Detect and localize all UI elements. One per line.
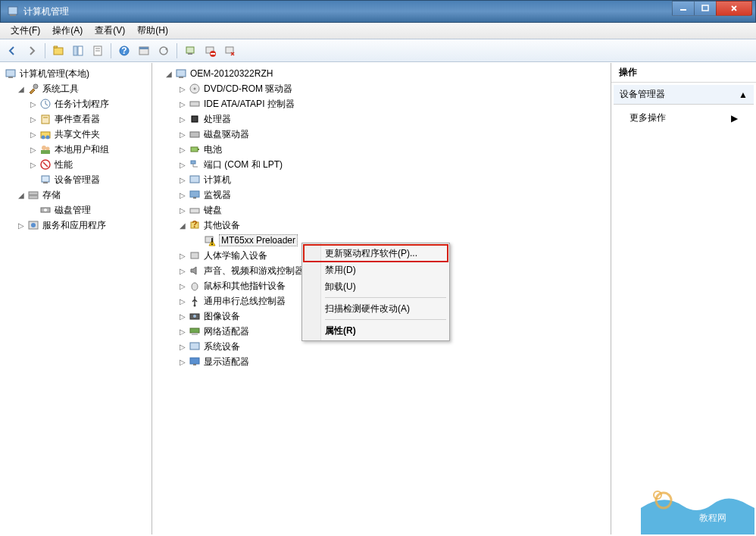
- expand-icon[interactable]: ▷: [178, 296, 187, 306]
- expand-icon[interactable]: ▷: [178, 357, 187, 366]
- tree-services-apps[interactable]: ▷ 服务和应用程序: [0, 218, 152, 233]
- properties-button[interactable]: [89, 42, 107, 60]
- expand-icon[interactable]: ▷: [178, 175, 187, 184]
- back-button[interactable]: [3, 42, 21, 60]
- ctx-properties[interactable]: 属性(R): [304, 322, 448, 339]
- menu-help[interactable]: 帮助(H): [131, 22, 174, 39]
- other-icon: ?: [189, 219, 201, 231]
- expand-icon[interactable]: ▷: [17, 221, 26, 230]
- svg-rect-32: [41, 150, 50, 154]
- tree-label: 共享文件夹: [55, 128, 100, 141]
- forward-button[interactable]: [23, 42, 41, 60]
- device-display[interactable]: ▷显示适配器: [152, 354, 611, 369]
- device-cpu[interactable]: ▷处理器: [152, 111, 611, 127]
- collapse-icon[interactable]: ◢: [178, 221, 187, 230]
- close-button[interactable]: [716, 1, 752, 16]
- device-monitor[interactable]: ▷监视器: [152, 187, 611, 202]
- expand-icon[interactable]: ▷: [29, 99, 38, 108]
- expand-icon[interactable]: ▷: [29, 160, 38, 169]
- scan-hardware-button[interactable]: [181, 42, 199, 60]
- tree-label: 服务和应用程序: [42, 219, 106, 232]
- minimize-button[interactable]: [672, 1, 695, 16]
- collapse-arrow-icon: ▲: [739, 89, 748, 100]
- menu-action[interactable]: 操作(A): [46, 22, 89, 39]
- tree-storage[interactable]: ◢ 存储: [0, 187, 152, 202]
- ctx-uninstall[interactable]: 卸载(U): [304, 278, 448, 295]
- uninstall-device-button[interactable]: [220, 42, 239, 60]
- hid-icon: [189, 249, 201, 262]
- tree-label: 电池: [204, 143, 222, 156]
- device-dvd[interactable]: ▷DVD/CD-ROM 驱动器: [152, 81, 611, 96]
- svg-point-62: [192, 283, 198, 290]
- svg-point-30: [42, 146, 46, 150]
- expand-icon[interactable]: ▷: [178, 327, 187, 336]
- show-hide-tree-button[interactable]: [69, 42, 87, 60]
- device-system[interactable]: ▷系统设备: [152, 339, 611, 354]
- expand-icon[interactable]: ▷: [178, 145, 187, 154]
- device-other[interactable]: ◢?其他设备: [152, 218, 611, 233]
- tree-performance[interactable]: ▷ 性能: [0, 157, 152, 172]
- expand-icon[interactable]: ▷: [178, 312, 187, 321]
- device-computer[interactable]: ▷计算机: [152, 172, 611, 187]
- expand-icon[interactable]: ▷: [178, 251, 187, 260]
- expand-icon[interactable]: ▷: [29, 145, 38, 154]
- tree-local-users[interactable]: ▷ 本地用户和组: [0, 142, 152, 157]
- expand-icon[interactable]: ▷: [178, 130, 187, 139]
- expand-icon[interactable]: ▷: [178, 205, 187, 215]
- collapse-icon[interactable]: ◢: [17, 84, 26, 93]
- menu-view[interactable]: 查看(V): [89, 22, 131, 39]
- ctx-update-driver[interactable]: 更新驱动程序软件(P)...: [304, 245, 448, 262]
- tree-event-viewer[interactable]: ▷ 事件查看器: [0, 111, 152, 127]
- expand-icon[interactable]: ▷: [178, 114, 187, 124]
- tree-task-scheduler[interactable]: ▷ 任务计划程序: [0, 96, 152, 111]
- svg-rect-1: [10, 14, 16, 16]
- window-controls: [673, 1, 752, 16]
- svg-rect-68: [190, 343, 199, 349]
- tree-label: OEM-20120322RZH: [190, 68, 273, 79]
- expand-icon[interactable]: ▷: [178, 84, 187, 93]
- expand-icon[interactable]: ▷: [29, 130, 38, 139]
- device-ports[interactable]: ▷端口 (COM 和 LPT): [152, 157, 611, 172]
- ctx-scan[interactable]: 扫描检测硬件改动(A): [304, 300, 448, 317]
- port-icon: [189, 158, 201, 171]
- view-button[interactable]: [135, 42, 153, 60]
- tree-shared-folders[interactable]: ▷ 共享文件夹: [0, 127, 152, 142]
- ctx-disable[interactable]: 禁用(D): [304, 262, 448, 278]
- tree-disk-management[interactable]: 磁盘管理: [0, 202, 152, 218]
- help-button[interactable]: ?: [115, 42, 133, 60]
- refresh-button[interactable]: [155, 42, 173, 60]
- up-button[interactable]: [49, 42, 67, 60]
- maximize-button[interactable]: [694, 1, 717, 16]
- expand-icon[interactable]: ▷: [29, 114, 38, 124]
- device-disk[interactable]: ▷磁盘驱动器: [152, 127, 611, 142]
- expand-icon[interactable]: ▷: [178, 266, 187, 275]
- actions-section-label: 设备管理器: [620, 88, 665, 101]
- svg-point-63: [194, 305, 196, 307]
- collapse-icon[interactable]: ◢: [164, 69, 173, 78]
- disable-device-button[interactable]: [201, 42, 219, 60]
- tree-system-tools[interactable]: ◢ 系统工具: [0, 81, 152, 96]
- more-actions[interactable]: 更多操作 ▶: [611, 107, 756, 129]
- menu-file[interactable]: 文件(F): [5, 22, 46, 39]
- expand-icon[interactable]: ▷: [178, 342, 187, 351]
- device-root[interactable]: ◢ OEM-20120322RZH: [152, 66, 611, 81]
- device-keyboard[interactable]: ▷键盘: [152, 202, 611, 218]
- expand-icon[interactable]: ▷: [178, 160, 187, 169]
- services-icon: [27, 219, 39, 231]
- expand-icon[interactable]: ▷: [178, 281, 187, 290]
- tree-label: 系统工具: [42, 83, 79, 96]
- actions-section[interactable]: 设备管理器 ▲: [614, 85, 754, 105]
- tree-label: DVD/CD-ROM 驱动器: [204, 83, 292, 96]
- spacer: [29, 205, 38, 215]
- svg-point-65: [193, 315, 196, 318]
- collapse-icon[interactable]: ◢: [17, 190, 26, 199]
- tree-device-manager[interactable]: 设备管理器: [0, 172, 152, 187]
- clock-icon: [39, 98, 52, 110]
- device-battery[interactable]: ▷电池: [152, 142, 611, 157]
- device-ide[interactable]: ▷IDE ATA/ATAPI 控制器: [152, 96, 611, 111]
- performance-icon: [39, 158, 52, 171]
- expand-icon[interactable]: ▷: [178, 190, 187, 199]
- dvd-icon: [189, 83, 201, 95]
- tree-root-local[interactable]: 计算机管理(本地): [0, 66, 152, 81]
- expand-icon[interactable]: ▷: [178, 99, 187, 108]
